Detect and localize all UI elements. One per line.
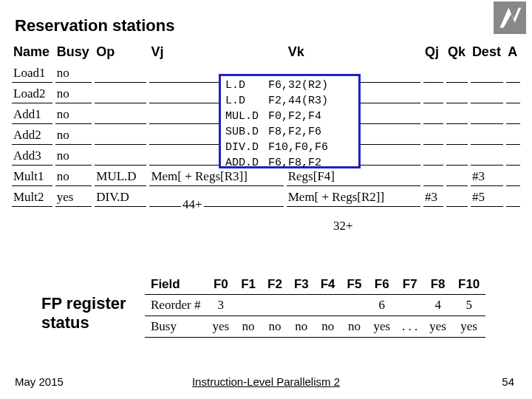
rs-header-row: Name Busy Op Vj Vk Qj Qk Dest A bbox=[10, 43, 522, 63]
rs-cell-a bbox=[505, 83, 522, 104]
rs-cell-name: Load2 bbox=[10, 83, 54, 104]
table-row: Mult2yesDIV.DMem[ + Regs[R2]]#3#5 bbox=[10, 187, 522, 208]
fp-cell bbox=[288, 295, 315, 316]
rs-cell-busy: no bbox=[54, 83, 94, 104]
fp-col: F2 bbox=[262, 275, 288, 295]
rs-cell-dest bbox=[469, 125, 505, 146]
fp-header-row: FieldF0F1F2F3F4F5F6F7F8F10 bbox=[145, 275, 485, 295]
rs-cell-op bbox=[93, 104, 148, 125]
rs-cell-qk bbox=[445, 104, 469, 125]
fp-reorder-row: Reorder #3645 bbox=[145, 295, 485, 316]
rs-col-vk: Vk bbox=[285, 43, 422, 63]
rs-cell-dest: #5 bbox=[469, 187, 505, 208]
instruction-args: F6,32(R2) bbox=[268, 78, 354, 93]
rs-cell-dest bbox=[469, 63, 505, 83]
rs-col-qk: Qk bbox=[445, 43, 469, 63]
fp-cell: no bbox=[315, 316, 341, 338]
fp-cell: 4 bbox=[423, 295, 452, 316]
fp-field-label: Field bbox=[145, 275, 207, 295]
rs-cell-qj bbox=[422, 63, 445, 83]
rs-cell-qj bbox=[422, 166, 445, 187]
rs-cell-dest bbox=[469, 104, 505, 125]
instruction-op: DIV.D bbox=[225, 140, 268, 155]
instruction-row: SUB.DF8,F2,F6 bbox=[225, 124, 354, 140]
fp-cell: no bbox=[235, 316, 262, 338]
rs-cell-qj bbox=[422, 104, 445, 125]
rs-cell-name: Add2 bbox=[10, 125, 54, 146]
rs-col-dest: Dest bbox=[469, 43, 505, 63]
rs-cell-op bbox=[93, 63, 148, 83]
rs-cell-op bbox=[93, 83, 148, 104]
fp-col: F1 bbox=[235, 275, 262, 295]
rs-cell-a bbox=[505, 146, 522, 166]
rs-cell-dest bbox=[469, 146, 505, 166]
rs-cell-qk bbox=[445, 63, 469, 83]
rs-cell-a bbox=[505, 104, 522, 125]
footer-page-number: 54 bbox=[502, 375, 514, 388]
rs-cell-op: MUL.D bbox=[93, 166, 148, 187]
fp-label-line2: status bbox=[41, 313, 89, 332]
rs-cell-qk bbox=[445, 125, 469, 146]
rs-cell-dest: #3 bbox=[469, 166, 505, 187]
rs-col-name: Name bbox=[10, 43, 54, 63]
fp-cell: no bbox=[262, 316, 288, 338]
institution-logo-icon bbox=[494, 1, 526, 34]
rs-cell-busy: no bbox=[54, 63, 94, 83]
fp-col: F6 bbox=[367, 275, 396, 295]
rs-col-qj: Qj bbox=[422, 43, 445, 63]
rs-cell-busy: no bbox=[54, 166, 94, 187]
rs-cell-name: Mult1 bbox=[10, 166, 54, 187]
rs-cell-a bbox=[505, 166, 522, 187]
rs-cell-name: Mult2 bbox=[10, 187, 54, 208]
rs-cell-name: Add3 bbox=[10, 146, 54, 166]
rs-cell-op bbox=[93, 146, 148, 166]
fp-cell bbox=[235, 295, 262, 316]
rs-cell-dest bbox=[469, 83, 505, 104]
fp-col: F10 bbox=[452, 275, 485, 295]
rs-col-busy: Busy bbox=[54, 43, 94, 63]
rs-cell-qk bbox=[445, 166, 469, 187]
fp-cell: no bbox=[341, 316, 368, 338]
fp-col: F4 bbox=[315, 275, 341, 295]
fp-busy-row: Busyyesnononononoyes. . .yesyes bbox=[145, 316, 485, 338]
instruction-args: F0,F2,F4 bbox=[268, 109, 354, 124]
instruction-op: SUB.D bbox=[225, 124, 268, 140]
rs-col-vj: Vj bbox=[148, 43, 284, 63]
instruction-op: L.D bbox=[225, 78, 268, 93]
fp-cell bbox=[341, 295, 368, 316]
rs-cell-busy: no bbox=[54, 125, 94, 146]
fp-cell bbox=[396, 295, 423, 316]
rs-cell-vk: Mem[ + Regs[R2]] bbox=[285, 187, 422, 208]
fp-cell: 3 bbox=[207, 295, 236, 316]
fp-busy-label: Busy bbox=[145, 316, 207, 338]
instruction-args: F10,F0,F6 bbox=[268, 140, 354, 155]
instruction-args: F8,F2,F6 bbox=[268, 124, 354, 140]
rs-cell-a bbox=[505, 187, 522, 208]
instruction-op: L.D bbox=[225, 93, 268, 109]
rs-col-a: A bbox=[505, 43, 522, 63]
rs-col-op: Op bbox=[93, 43, 148, 63]
fp-col: F5 bbox=[341, 275, 368, 295]
instruction-op: MUL.D bbox=[225, 109, 268, 124]
slide-title: Reservation stations bbox=[15, 16, 174, 35]
fp-cell: 6 bbox=[367, 295, 396, 316]
fp-cell: 5 bbox=[452, 295, 485, 316]
rs-cell-qk bbox=[445, 83, 469, 104]
instruction-sequence-box: L.DF6,32(R2)L.DF2,44(R3)MUL.DF0,F2,F4SUB… bbox=[219, 74, 361, 168]
rs-cell-busy: no bbox=[54, 104, 94, 125]
instruction-row: L.DF2,44(R3) bbox=[225, 93, 354, 109]
rs-cell-name: Add1 bbox=[10, 104, 54, 125]
rs-cell-a bbox=[505, 63, 522, 83]
fp-register-status-label: FP register status bbox=[41, 294, 126, 332]
instruction-op: ADD.D bbox=[225, 155, 268, 171]
fp-col: F0 bbox=[207, 275, 236, 295]
fp-col: F8 bbox=[423, 275, 452, 295]
fp-cell: yes bbox=[207, 316, 236, 338]
rs-cell-op bbox=[93, 125, 148, 146]
fp-col: F7 bbox=[396, 275, 423, 295]
fp-reorder-label: Reorder # bbox=[145, 295, 207, 316]
rs-cell-busy: no bbox=[54, 146, 94, 166]
slide-footer: May 2015 Instruction-Level Parallelism 2… bbox=[0, 375, 532, 392]
fp-register-status-table: FieldF0F1F2F3F4F5F6F7F8F10 Reorder #3645… bbox=[145, 275, 485, 338]
rs-cell-qj bbox=[422, 125, 445, 146]
